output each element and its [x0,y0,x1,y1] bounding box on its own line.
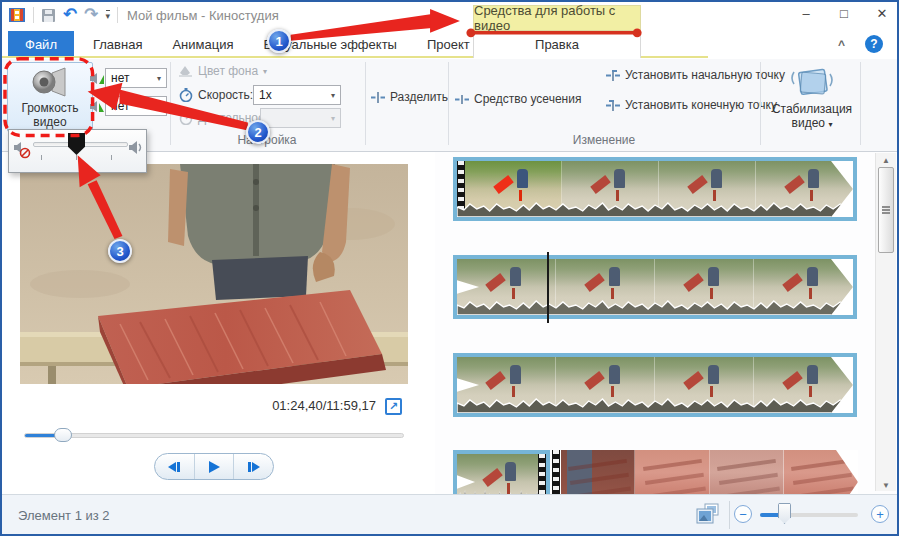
scroll-up-icon[interactable]: ▲ [876,156,896,165]
video-volume-button[interactable]: Громкость видео [7,62,93,132]
speed-select[interactable]: 1x▾ [253,85,341,105]
scrollbar-thumb[interactable] [878,167,894,253]
zoom-slider-handle[interactable] [778,503,791,524]
divider [33,7,34,23]
zoom-in-button[interactable]: + [871,505,889,523]
timeline-clip-row-4-end[interactable] [453,450,550,494]
fade-in-icon [89,71,105,86]
close-button[interactable]: ✕ [875,6,889,21]
timeline-scrollbar[interactable]: ▲ ▼ [875,153,896,491]
split-button[interactable]: Разделить [371,90,448,104]
clip-thumbnail [635,450,709,494]
video-frame [20,164,408,384]
timeline-clip-row-2[interactable] [453,255,857,319]
background-color-icon [178,64,193,78]
minimize-button[interactable]: – [799,6,813,21]
background-color-button[interactable]: Цвет фона ▾ [178,64,267,78]
next-frame-button[interactable] [234,454,273,479]
status-bar: Элемент 1 из 2 − + [2,494,897,534]
volume-slider-handle[interactable] [68,133,85,155]
fade-out-select[interactable]: нет▾ [105,96,167,116]
caret-down-icon: ▾ [828,120,832,129]
clip-thumbnail [710,450,784,494]
caret-down-icon: ▾ [151,74,161,83]
volume-slider-popup [8,129,147,173]
ribbon-tab-row: Файл Главная Анимация Визуальные эффекты… [2,30,897,59]
stabilization-button[interactable]: Стабилизация видео ▾ [764,59,860,148]
fade-out-icon [89,99,105,114]
video-volume-label: Громкость видео [10,101,90,129]
playhead[interactable] [547,252,549,323]
maximize-button[interactable]: □ [837,6,851,21]
group-divider [860,62,861,145]
timeline-clip-row-3[interactable] [453,353,857,417]
caret-down-icon: ▾ [263,67,267,76]
stabilization-icon [786,64,838,102]
group-divider [448,62,449,145]
loud-speaker-icon [128,139,145,159]
audio-waveform [457,393,853,413]
volume-tick [76,155,77,160]
clip-thumbnail [784,450,858,494]
seek-bar[interactable] [24,433,404,438]
video-preview[interactable] [20,164,408,384]
set-end-point-button[interactable]: Установить конечную точку [606,98,777,112]
speed-label: Скорость: [198,88,253,102]
scrollbar-grip [882,206,890,208]
speaker-icon [30,67,70,99]
duration-icon [178,110,193,125]
preview-pane: 01:24,40/11:59,17 ↗ [2,152,435,494]
timeline-clip-row-4-start[interactable] [552,450,858,494]
timeline-clip-row-1[interactable] [453,157,857,221]
quick-access-toolbar: ↶ ↷ ▾ Мой фильм - Киностудия [8,6,279,24]
duration-select: ▾ [260,108,341,128]
tab-animation[interactable]: Анимация [157,31,248,58]
zoom-out-button[interactable]: − [734,505,752,523]
film-sprockets [552,450,560,494]
audio-waveform [457,486,546,494]
contextual-tab-group-header: Средства для работы с видео [473,5,641,31]
divider [117,7,118,23]
trim-tool-button[interactable]: Средство усечения [455,92,581,106]
divider [729,501,730,529]
fullscreen-preview-icon[interactable]: ↗ [385,398,402,415]
caret-down-icon: ▾ [325,91,335,100]
thumbnail-size-icon[interactable] [695,502,721,526]
help-icon[interactable]: ? [865,35,883,53]
volume-tick [111,155,112,160]
item-count: Элемент 1 из 2 [18,508,110,523]
set-end-point-icon [606,99,620,112]
group-label-edit: Изменение [450,133,758,147]
movie-maker-window: ↶ ↷ ▾ Мой фильм - Киностудия – □ ✕ Файл … [0,0,899,536]
app-icon [8,6,26,24]
redo-icon[interactable]: ↷ [84,6,98,24]
fade-in-select[interactable]: нет▾ [105,68,167,88]
caret-down-icon: ▾ [325,114,335,123]
tab-file[interactable]: Файл [8,31,74,58]
speed-label-row: Скорость: [178,87,253,102]
set-start-point-button[interactable]: Установить начальную точку [606,68,785,82]
clip-thumbnail [561,450,635,494]
volume-tick [41,155,42,160]
group-divider [760,62,761,145]
seek-handle[interactable] [54,428,72,442]
playback-controls [154,453,274,480]
previous-frame-button[interactable] [155,454,195,479]
zoom-slider-track[interactable] [760,513,858,517]
title-bar: ↶ ↷ ▾ Мой фильм - Киностудия – □ ✕ [2,2,897,30]
tab-home[interactable]: Главная [78,31,157,58]
speed-icon [178,87,193,102]
tab-visual-effects[interactable]: Визуальные эффекты [248,31,411,58]
tab-edit-contextual[interactable]: Правка [473,31,641,58]
qat-customize-icon[interactable]: ▾ [106,10,111,20]
collapse-ribbon-icon[interactable]: ^ [838,38,845,52]
play-button[interactable] [195,454,235,479]
save-icon[interactable] [41,8,56,23]
scroll-down-icon[interactable]: ▼ [876,481,896,490]
window-title: Мой фильм - Киностудия [127,8,279,23]
set-start-point-icon [606,69,620,82]
caret-down-icon: ▾ [151,102,161,111]
undo-icon[interactable]: ↶ [63,6,77,24]
audio-waveform [457,197,853,217]
group-divider [365,62,366,145]
